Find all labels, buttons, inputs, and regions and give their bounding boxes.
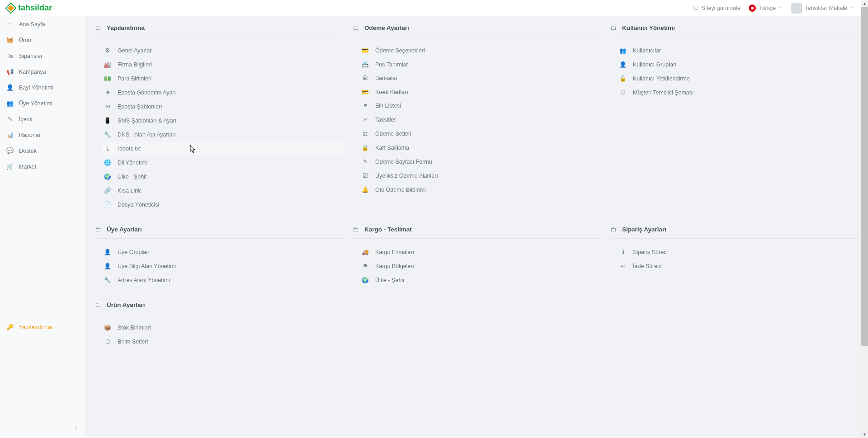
item-icon: 📄 bbox=[104, 201, 111, 208]
sidebar-item-i-erik[interactable]: ✎İçerik〉 bbox=[0, 111, 85, 127]
link-kart-saklama[interactable]: 🔒Kart Saklama bbox=[360, 141, 601, 154]
user-menu[interactable]: Tahsildar Makale ﹀ bbox=[791, 3, 854, 14]
view-site-link[interactable]: 🖵 Siteyi görüntüle bbox=[693, 5, 741, 11]
sidebar-item-kampanya[interactable]: 📢Kampanya〉 bbox=[0, 64, 85, 80]
link-lke-ehir[interactable]: 🌍Ülke - Şehir bbox=[102, 170, 344, 183]
link-kullan-c-gruplar[interactable]: 👤Kullanıcı Grupları bbox=[618, 58, 859, 71]
link-dil-y-netimi[interactable]: 🌐Dil Yönetimi bbox=[102, 156, 344, 169]
item-icon: 🔧 bbox=[104, 277, 111, 283]
link-stok-birimleri[interactable]: 📦Stok Birimleri bbox=[102, 321, 344, 334]
scroll-thumb[interactable] bbox=[861, 7, 868, 346]
item-label: Müşteri Temsilci Şeması bbox=[633, 89, 694, 96]
item-icon: 🔗 bbox=[104, 187, 111, 194]
item-label: Para Birimleri bbox=[118, 75, 151, 82]
sidebar-collapse-button[interactable]: 〈 bbox=[63, 422, 85, 433]
section-sipari-ayarlar: 🗀Sipariş AyarlarıℹSipariş Süreci↩İade Sü… bbox=[610, 223, 859, 286]
item-label: Kredi Kartları bbox=[375, 89, 408, 95]
item-label: Adres Alanı Yönetimi bbox=[118, 277, 170, 283]
section-header: 🗀Sipariş Ayarları bbox=[610, 223, 859, 239]
item-label: Üye Grupları bbox=[118, 249, 150, 255]
sidebar-item-yapilandirma[interactable]: 🔑 Yapılandırma bbox=[0, 319, 85, 335]
link-bin-listesi[interactable]: ≡Bin Listesi bbox=[360, 100, 601, 112]
link-deme-se-enekleri[interactable]: 💳Ödeme Seçenekleri bbox=[360, 44, 601, 57]
link-m-teri-temsilci-emas[interactable]: ⚇Müşteri Temsilci Şeması bbox=[618, 86, 859, 99]
link-sipari-s-reci[interactable]: ℹSipariş Süreci bbox=[618, 246, 859, 258]
item-icon: 🏛 bbox=[362, 75, 369, 81]
sidebar-item-market[interactable]: 🛒Market bbox=[0, 159, 85, 174]
item-label: Eposta Şablonları bbox=[118, 104, 162, 110]
sidebar-item-ye-y-netimi[interactable]: 👥Üye Yönetimi〉 bbox=[0, 95, 85, 111]
scroll-up-arrow[interactable]: ▴ bbox=[861, 0, 868, 7]
sidebar-icon: 🛍 bbox=[6, 52, 14, 59]
section-title: Yapılandırma bbox=[107, 24, 145, 31]
link-i-ade-s-reci[interactable]: ↩İade Süreci bbox=[618, 260, 859, 272]
link-pos-tan-mlar[interactable]: 📇Pos Tanımları bbox=[360, 58, 601, 71]
link-para-birimleri[interactable]: 💵Para Birimleri bbox=[102, 72, 344, 85]
scroll-down-arrow[interactable]: ▾ bbox=[861, 431, 868, 438]
item-label: Firma Bilgileri bbox=[118, 61, 152, 68]
item-label: SMS Şablonları & Ayarı bbox=[118, 118, 176, 124]
link-dns-alan-ad-ayarlar[interactable]: 🔧DNS - Alan Adı Ayarları bbox=[102, 128, 344, 141]
item-icon: 🏭 bbox=[104, 61, 111, 68]
link-genel-ayarlar[interactable]: ⚙Genel Ayarlar bbox=[102, 44, 344, 57]
link-ye-gruplar[interactable]: 👤Üye Grupları bbox=[102, 246, 344, 258]
link-kullan-c-lar[interactable]: 👥Kullanıcılar bbox=[618, 44, 859, 57]
sidebar-item-bayi-y-netimi[interactable]: 👤Bayi Yönetimi〉 bbox=[0, 80, 85, 95]
chevron-right-icon: 〉 bbox=[75, 69, 79, 75]
sidebar-item-label: Siparişler bbox=[19, 53, 42, 59]
scroll-track[interactable] bbox=[861, 7, 868, 431]
link-eposta-ablonlar[interactable]: ✉Eposta Şablonları bbox=[102, 100, 344, 113]
folder-icon: 🗀 bbox=[95, 301, 101, 308]
item-icon: ⚙ bbox=[104, 47, 111, 54]
link-kargo-firmalar[interactable]: 🚚Kargo Firmaları bbox=[360, 246, 601, 258]
link-robots-txt[interactable]: ⤓robots.txt bbox=[102, 142, 344, 155]
sidebar-item-ana-sayfa[interactable]: ⌂Ana Sayfa bbox=[0, 16, 85, 32]
sidebar-item-raporlar[interactable]: 📊Raporlar〉 bbox=[0, 127, 85, 143]
sidebar-item-label: Ürün bbox=[19, 37, 31, 43]
section-kargo-teslimat: 🗀Kargo - Teslimat🚚Kargo Firmaları⚑Kargo … bbox=[353, 223, 601, 286]
folder-icon: 🗀 bbox=[95, 24, 101, 31]
link-lke-ehir[interactable]: 🌍Ülke - Şehir bbox=[360, 274, 601, 286]
sidebar-item-destek[interactable]: 💬Destek bbox=[0, 143, 85, 159]
link-dosya-y-neticisi[interactable]: 📄Dosya Yöneticisi bbox=[102, 198, 344, 211]
sidebar-icon: 🛒 bbox=[6, 163, 14, 170]
item-label: Pos Tanımları bbox=[375, 61, 410, 68]
link-firma-bilgileri[interactable]: 🏭Firma Bilgileri bbox=[102, 58, 344, 71]
link-birim-setleri[interactable]: ⬡Birim Setleri bbox=[102, 335, 344, 348]
link-taksitler[interactable]: ✂Taksitler bbox=[360, 113, 601, 126]
avatar bbox=[791, 3, 802, 14]
logo[interactable]: tahsildar bbox=[5, 3, 52, 14]
link-deme-sayfas-formu[interactable]: ✎Ödeme Sayfası Formu bbox=[360, 155, 601, 168]
section-title: Ürün Ayarları bbox=[107, 301, 145, 308]
item-label: Kart Saklama bbox=[375, 145, 409, 151]
item-icon: ≡ bbox=[362, 103, 369, 109]
link-yeliksiz-deme-alanlar[interactable]: ☑Üyeliksiz Ödeme Alanları bbox=[360, 170, 601, 182]
folder-icon: 🗀 bbox=[353, 24, 359, 31]
link-bankalar[interactable]: 🏛Bankalar bbox=[360, 72, 601, 84]
language-selector[interactable]: Türkçe ﹀ bbox=[749, 5, 783, 12]
chevron-right-icon: 〉 bbox=[75, 53, 79, 59]
item-label: Dil Yönetimi bbox=[118, 160, 147, 166]
chevron-down-icon: ﹀ bbox=[850, 5, 854, 11]
link-kargo-b-lgeleri[interactable]: ⚑Kargo Bölgeleri bbox=[360, 260, 601, 272]
link-eposta-g-nderim-ayar[interactable]: ✈Eposta Gönderim Ayarı bbox=[102, 86, 344, 99]
sidebar: ⌂Ana Sayfa🧺Ürün〉🛍Siparişler〉📢Kampanya〉👤B… bbox=[0, 16, 86, 438]
link-kullan-c-yetkilendirme[interactable]: 🔓Kullanıcı Yetkilendirme bbox=[618, 72, 859, 85]
sidebar-item-sipari-ler[interactable]: 🛍Siparişler〉 bbox=[0, 48, 85, 64]
link-oto-deme-bildirimi[interactable]: 🔔Oto Ödeme Bildirimi bbox=[360, 184, 601, 196]
sidebar-main: ⌂Ana Sayfa🧺Ürün〉🛍Siparişler〉📢Kampanya〉👤B… bbox=[0, 16, 85, 417]
sidebar-item-r-n[interactable]: 🧺Ürün〉 bbox=[0, 32, 85, 48]
vertical-scrollbar[interactable]: ▴ ▾ bbox=[861, 0, 868, 438]
item-label: Stok Birimleri bbox=[118, 325, 151, 331]
link-ye-bilgi-alan-y-netimi[interactable]: 👤Üye Bilgi Alan Yönetimi bbox=[102, 260, 344, 272]
item-icon: ⚖ bbox=[362, 130, 369, 137]
section-items: 👥Kullanıcılar👤Kullanıcı Grupları🔓Kullanı… bbox=[610, 44, 859, 99]
link-deme-setleri[interactable]: ⚖Ödeme Setleri bbox=[360, 127, 601, 140]
link-adres-alan-y-netimi[interactable]: 🔧Adres Alanı Yönetimi bbox=[102, 274, 344, 286]
item-icon: ✉ bbox=[104, 103, 111, 110]
link-sms-ablonlar-ayar[interactable]: 📱SMS Şablonları & Ayarı bbox=[102, 114, 344, 127]
link-kredi-kartlar[interactable]: 💳Kredi Kartları bbox=[360, 86, 601, 98]
item-icon: 📦 bbox=[104, 324, 111, 331]
section-title: Kullanıcı Yönetimi bbox=[622, 24, 675, 31]
link-k-sa-link[interactable]: 🔗Kısa Link bbox=[102, 184, 344, 197]
